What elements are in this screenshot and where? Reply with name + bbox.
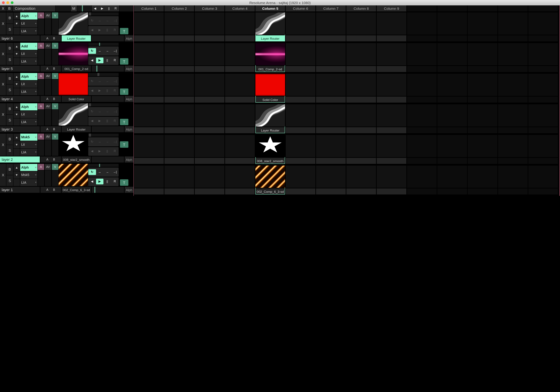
empty-clip-cell[interactable] xyxy=(437,135,467,164)
fader-b-label[interactable]: B xyxy=(53,127,55,131)
empty-clip-cell[interactable] xyxy=(195,104,224,133)
empty-clip-cell[interactable] xyxy=(498,12,528,41)
fader-b-label[interactable]: B xyxy=(53,67,55,70)
play-once-icon[interactable]: →| xyxy=(111,18,119,24)
layer-blend-dropdown[interactable]: Lit▾ xyxy=(20,50,37,57)
empty-clip-cell[interactable] xyxy=(164,135,194,164)
clip-position-bar[interactable] xyxy=(88,73,119,76)
empty-clip-cell[interactable] xyxy=(528,135,558,164)
layer-blend-dropdown[interactable]: Msk5▾ xyxy=(20,134,37,141)
bounce-icon[interactable]: ↔ xyxy=(96,139,103,145)
empty-clip-cell[interactable] xyxy=(498,166,528,194)
layer-audio-button[interactable]: A xyxy=(38,12,44,19)
empty-clip-cell[interactable] xyxy=(316,135,346,164)
play-icon[interactable]: ▶ xyxy=(96,149,103,154)
empty-clip-cell[interactable] xyxy=(377,12,406,41)
play-once-icon[interactable]: →| xyxy=(111,109,119,115)
layer-thumbnail[interactable] xyxy=(59,103,88,125)
empty-clip-cell[interactable] xyxy=(346,43,376,72)
clip-cell[interactable]: Layer Router xyxy=(255,12,285,41)
composition-x-button[interactable]: X xyxy=(0,5,6,11)
layer-name[interactable]: layer 1 xyxy=(0,187,40,193)
fader-b-label[interactable]: B xyxy=(53,188,55,191)
layer-bypass-button[interactable]: B xyxy=(6,73,13,84)
clip-position-bar[interactable] xyxy=(88,103,119,106)
layer-audiovideo-button[interactable]: AV xyxy=(45,73,51,79)
layer-solo-button[interactable]: S xyxy=(6,145,13,156)
layer-name[interactable]: layer 5 xyxy=(0,66,40,72)
active-clip-name[interactable]: 001_Comp_2-sd xyxy=(62,66,91,72)
empty-clip-cell[interactable] xyxy=(225,74,255,103)
composition-position-strip[interactable] xyxy=(77,5,91,11)
layer-down-button[interactable]: ▼ xyxy=(13,20,20,27)
forward-icon[interactable]: → xyxy=(103,48,111,54)
layer-bypass-button[interactable]: B xyxy=(6,43,13,54)
prev-icon[interactable]: ◀ xyxy=(88,118,96,124)
pause-icon[interactable]: || xyxy=(103,28,111,33)
clip-position-bar[interactable] xyxy=(88,164,119,167)
bounce-icon[interactable]: ↔ xyxy=(96,78,103,84)
record-icon[interactable]: R xyxy=(111,149,119,154)
layer-bypass-button[interactable]: B xyxy=(6,12,13,23)
layer-solo-button[interactable]: S xyxy=(6,115,13,125)
loop-icon[interactable]: ↻ xyxy=(88,169,96,175)
composition-record-icon[interactable]: R xyxy=(115,7,117,10)
empty-clip-cell[interactable] xyxy=(286,166,315,194)
clip-position-bar[interactable] xyxy=(88,43,119,46)
record-icon[interactable]: R xyxy=(111,28,119,33)
clip-cell[interactable]: 001_Comp_2-sd xyxy=(255,43,285,72)
layer-blend-dropdown[interactable]: LIA▾ xyxy=(20,88,37,95)
empty-clip-cell[interactable] xyxy=(407,43,437,72)
fader-b-label[interactable]: B xyxy=(53,37,55,40)
layer-audio-button[interactable]: A xyxy=(38,103,44,109)
composition-prev-icon[interactable]: ◀ xyxy=(94,7,96,10)
empty-clip-cell[interactable] xyxy=(134,74,164,103)
empty-clip-cell[interactable] xyxy=(164,74,194,103)
fader-a-label[interactable]: A xyxy=(46,127,48,131)
layer-blend-dropdown[interactable]: LIA▾ xyxy=(20,28,37,35)
layer-x-button[interactable]: X xyxy=(0,134,6,156)
loop-icon[interactable]: ↻ xyxy=(88,139,96,145)
empty-clip-cell[interactable] xyxy=(346,12,376,41)
composition-label[interactable]: Composition xyxy=(13,5,55,11)
prev-icon[interactable]: ◀ xyxy=(88,179,96,185)
layer-transition-button[interactable]: T xyxy=(120,119,128,125)
empty-clip-cell[interactable] xyxy=(346,166,376,194)
empty-clip-cell[interactable] xyxy=(407,104,437,133)
empty-clip-cell[interactable] xyxy=(377,104,406,133)
layer-audiovideo-button[interactable]: AV xyxy=(45,12,51,19)
empty-clip-cell[interactable] xyxy=(195,166,224,194)
bounce-icon[interactable]: ↔ xyxy=(96,109,103,115)
active-clip-name[interactable]: Layer Router xyxy=(62,35,91,41)
layer-transition-button[interactable]: T xyxy=(120,141,128,148)
empty-clip-cell[interactable] xyxy=(286,104,315,133)
empty-clip-cell[interactable] xyxy=(134,43,164,72)
empty-clip-cell[interactable] xyxy=(225,166,255,194)
layer-down-button[interactable]: ▼ xyxy=(13,172,20,179)
empty-clip-cell[interactable] xyxy=(528,43,558,72)
empty-clip-cell[interactable] xyxy=(164,12,194,41)
loop-icon[interactable]: ↻ xyxy=(88,78,96,84)
empty-clip-cell[interactable] xyxy=(286,12,315,41)
layer-up-button[interactable]: ▲ xyxy=(13,134,20,141)
layer-blend-dropdown[interactable]: Lit▾ xyxy=(20,141,37,148)
empty-clip-cell[interactable] xyxy=(316,166,346,194)
bounce-icon[interactable]: ↔ xyxy=(96,48,103,54)
fader-b-label[interactable]: B xyxy=(53,97,55,101)
column-header[interactable]: Column 8 xyxy=(346,5,376,11)
layer-audio-button[interactable]: A xyxy=(38,164,44,170)
layer-blend-dropdown[interactable]: Alph▾ xyxy=(20,73,37,80)
play-once-icon[interactable]: →| xyxy=(111,48,119,54)
composition-master-button[interactable]: M xyxy=(71,5,77,11)
layer-bypass-button[interactable]: B xyxy=(6,134,13,144)
empty-clip-cell[interactable] xyxy=(498,74,528,103)
empty-clip-cell[interactable] xyxy=(407,12,437,41)
prev-icon[interactable]: ◀ xyxy=(88,58,96,63)
empty-clip-cell[interactable] xyxy=(195,74,224,103)
play-once-icon[interactable]: →| xyxy=(111,78,119,84)
column-header[interactable]: Column 1 xyxy=(134,5,164,11)
layer-bypass-button[interactable]: B xyxy=(6,103,13,114)
empty-clip-cell[interactable] xyxy=(164,166,194,194)
empty-clip-cell[interactable] xyxy=(468,12,497,41)
layer-blend-dropdown[interactable]: Alph▾ xyxy=(20,103,37,111)
